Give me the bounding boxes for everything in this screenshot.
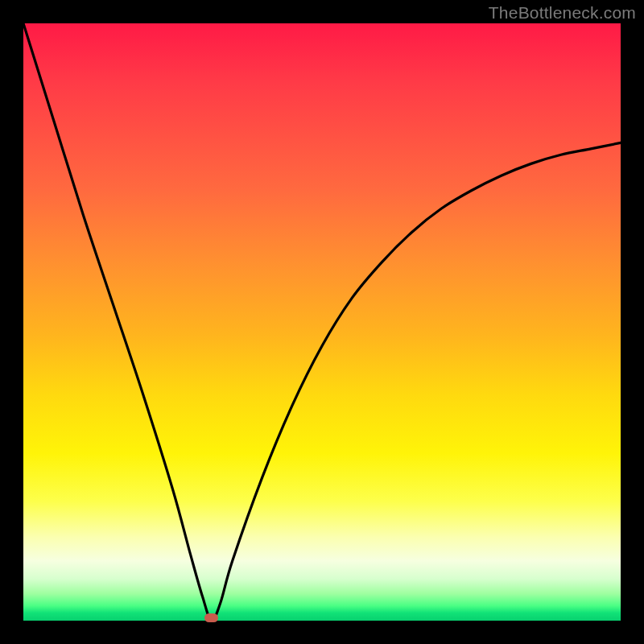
optimal-marker bbox=[204, 613, 218, 622]
chart-frame: TheBottleneck.com bbox=[0, 0, 644, 644]
plot-area bbox=[23, 23, 621, 621]
watermark-text: TheBottleneck.com bbox=[489, 3, 636, 23]
bottleneck-curve bbox=[23, 23, 621, 621]
